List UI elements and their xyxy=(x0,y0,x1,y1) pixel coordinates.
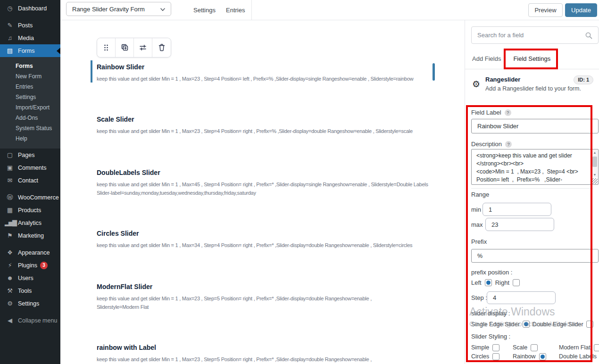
preview-button[interactable]: Preview xyxy=(528,3,563,17)
sidebar-item-plugins[interactable]: ⚡Plugins3 xyxy=(0,259,60,272)
style-option-checkbox[interactable] xyxy=(594,344,599,351)
submenu-item-settings[interactable]: Settings xyxy=(16,92,60,102)
max-input[interactable] xyxy=(485,218,554,231)
right-option-checkbox[interactable] xyxy=(513,279,520,286)
style-option-checkbox[interactable] xyxy=(492,344,499,351)
contact-icon: ✉ xyxy=(5,177,14,184)
field-title: Scale Slider xyxy=(97,115,434,124)
style-option-checkbox[interactable] xyxy=(531,344,538,351)
sidebar-item-settings[interactable]: ⚙Settings xyxy=(0,297,60,310)
style-option-checkbox[interactable] xyxy=(492,353,499,360)
sidebar-item-analytics[interactable]: ▂▅▇Analytics xyxy=(0,216,60,229)
topbar-tab-settings[interactable]: Settings xyxy=(193,7,216,14)
form-field-rainbow-with-label[interactable]: rainbow with Labelkeep this value and ge… xyxy=(97,343,434,364)
form-field-rainbow-slider[interactable]: Rainbow Sliderkeep this value and get sl… xyxy=(97,62,434,83)
form-toolbar-tabs: SettingsEntries xyxy=(193,0,245,20)
section-divider xyxy=(471,188,593,189)
submenu-item-add-ons[interactable]: Add-Ons xyxy=(16,113,60,123)
sidebar-item-users[interactable]: ☻Users xyxy=(0,272,60,284)
style-option-simple[interactable]: Simple xyxy=(471,344,513,351)
update-button[interactable]: Update xyxy=(565,3,597,17)
topbar-tab-entries[interactable]: Entries xyxy=(226,7,245,14)
form-field-circles-slider[interactable]: Circles Sliderkeep this value and get sl… xyxy=(97,229,434,249)
style-option-label: Circles xyxy=(471,353,489,360)
style-option-label: Simple xyxy=(471,344,489,351)
sidebar-item-woocommerce[interactable]: ⓌWooCommerce xyxy=(0,191,60,204)
field-description: keep this value and get slider Min = 1 ,… xyxy=(97,355,434,364)
form-field-scale-slider[interactable]: Scale Sliderkeep this value and get slid… xyxy=(97,115,434,135)
sidebar-item-contact[interactable]: ✉Contact xyxy=(0,174,60,187)
textarea-resize-grip[interactable] xyxy=(592,178,598,184)
sidebar-item-collapse-menu[interactable]: ◀Collapse menu xyxy=(0,314,60,327)
field-resize-handle[interactable] xyxy=(433,63,435,81)
field-label-label: Field Label? xyxy=(471,109,511,116)
sidebar-item-label: Analytics xyxy=(18,220,42,226)
help-icon[interactable]: ? xyxy=(505,109,511,116)
search-input[interactable] xyxy=(472,27,598,43)
scroll-up-icon[interactable] xyxy=(591,151,598,154)
single-edge-checkbox[interactable] xyxy=(523,321,530,328)
sidebar-item-label: Plugins xyxy=(18,262,37,269)
field-type-name: Rangeslider xyxy=(485,76,520,83)
textarea-scrollbar[interactable] xyxy=(591,150,598,177)
sidebar-item-label: Contact xyxy=(18,177,38,184)
description-textarea[interactable]: <strong>keep this value and get slider <… xyxy=(471,149,599,185)
style-option-circles[interactable]: Circles xyxy=(471,353,513,360)
scroll-down-icon[interactable] xyxy=(591,173,598,176)
sidebar-item-media[interactable]: ♫Media xyxy=(0,32,60,44)
sidebar-item-products[interactable]: ▦Products xyxy=(0,204,60,216)
left-option-label: Left xyxy=(471,279,482,286)
field-description: keep this value and get slider Min = 1 ,… xyxy=(97,127,434,135)
form-selector-dropdown[interactable]: Range Slider Gravity Form xyxy=(66,2,171,16)
submenu-item-import-export[interactable]: Import/Export xyxy=(16,102,60,113)
sidebar-item-marketing[interactable]: ⚑Marketing xyxy=(0,229,60,242)
form-field-doublelabels-slider[interactable]: DoubleLabels Sliderkeep this value and g… xyxy=(97,168,434,197)
sidebar-item-posts[interactable]: ✎Posts xyxy=(0,19,60,32)
sidebar-item-label: Dashboard xyxy=(18,5,47,12)
sidebar-item-comments[interactable]: ▣Comments xyxy=(0,161,60,174)
comments-icon: ▣ xyxy=(5,164,14,171)
sidebar-item-label: Forms xyxy=(18,48,34,54)
style-option-label: Double Labels xyxy=(559,353,597,360)
style-option-label: Rainbow xyxy=(513,353,536,360)
style-option-double-labels[interactable]: Double Labels xyxy=(559,353,599,360)
submenu-item-help[interactable]: Help xyxy=(16,133,60,144)
left-option-checkbox[interactable] xyxy=(485,279,492,286)
help-icon[interactable]: ? xyxy=(505,141,512,148)
gear-icon: ⚙ xyxy=(472,80,480,89)
field-id-badge: ID: 1 xyxy=(574,75,593,84)
submenu-item-forms[interactable]: Forms xyxy=(16,61,60,71)
topbar-divider xyxy=(251,0,252,20)
field-label-input[interactable] xyxy=(471,119,599,133)
min-input[interactable] xyxy=(483,203,551,216)
submenu-item-new-form[interactable]: New Form xyxy=(16,71,60,82)
users-icon: ☻ xyxy=(5,274,14,281)
prefix-input[interactable] xyxy=(471,249,599,263)
step-input[interactable] xyxy=(487,291,556,304)
style-option-checkbox[interactable] xyxy=(539,353,546,360)
style-option-scale[interactable]: Scale xyxy=(513,344,559,351)
scrollbar-thumb[interactable] xyxy=(592,157,597,167)
sidebar-item-tools[interactable]: ⚒Tools xyxy=(0,284,60,297)
double-edge-checkbox[interactable] xyxy=(586,321,593,328)
field-title: Circles Slider xyxy=(97,229,434,238)
form-field-modernflat-slider[interactable]: ModernFlat Sliderkeep this value and get… xyxy=(97,282,434,311)
submenu-item-entries[interactable]: Entries xyxy=(16,82,60,92)
sidebar-item-dashboard[interactable]: ◷Dashboard xyxy=(0,2,60,15)
prefix-label: Prefix xyxy=(471,238,487,245)
prefix-position-label: prefix position : xyxy=(471,269,512,276)
step-label: Step : xyxy=(471,294,487,301)
sidebar-item-label: WooCommerce xyxy=(18,194,59,201)
submenu-item-system-status[interactable]: System Status xyxy=(16,123,60,133)
style-option-rainbow[interactable]: Rainbow xyxy=(513,353,559,360)
panel-tab-field-settings[interactable]: Field Settings xyxy=(513,55,550,62)
tools-icon: ⚒ xyxy=(5,287,14,294)
sidebar-item-forms[interactable]: ▤Forms xyxy=(0,44,60,57)
right-option-label: Right xyxy=(495,279,509,286)
sidebar-item-appearance[interactable]: ❖Appearance xyxy=(0,246,60,259)
sidebar-item-pages[interactable]: ▢Pages xyxy=(0,149,60,161)
style-option-modern-flat[interactable]: Modern Flat xyxy=(559,344,599,351)
field-description: keep this value and get slider Min = 1 ,… xyxy=(97,180,434,197)
forms-icon: ▤ xyxy=(5,47,14,54)
panel-tab-add-fields[interactable]: Add Fields xyxy=(472,55,501,62)
